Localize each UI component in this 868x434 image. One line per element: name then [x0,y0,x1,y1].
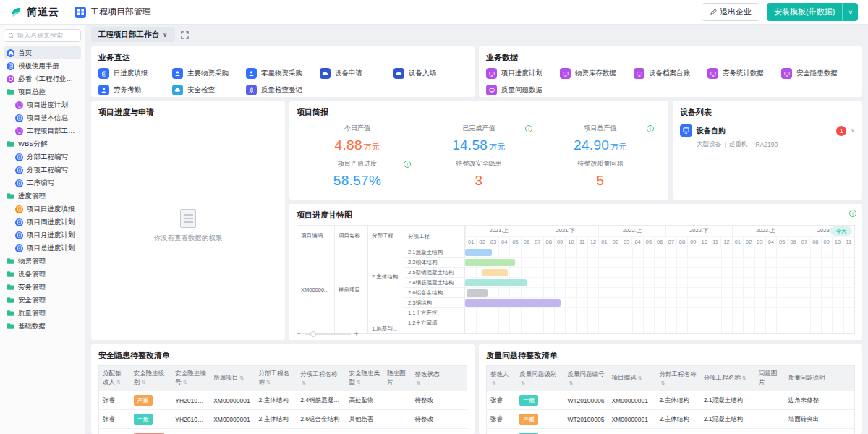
column-header[interactable]: 整改状态⇅ [412,366,446,391]
exit-enterprise-button[interactable]: 退出企业 [702,3,760,21]
sort-icon[interactable]: ⇅ [521,380,525,386]
sort-icon[interactable]: ⇅ [661,380,665,386]
sort-icon[interactable]: ⇅ [417,380,421,386]
chevron-down-icon[interactable]: ∨ [842,3,858,21]
table-row[interactable]: 张睿严重YH20100003XM000000012.主体结构2.4钢筋混凝土结构… [99,391,467,410]
gantt-bar[interactable] [465,259,515,266]
sidebar-item[interactable]: 必看《工程行业场景地图》 [4,72,81,85]
gantt-bar[interactable] [465,279,527,286]
install-template-button[interactable]: 安装模板(带数据) ∨ [767,3,858,21]
column-header[interactable]: 质量问题级别⇅ [516,366,563,391]
sort-icon[interactable]: ⇅ [183,380,187,385]
sidebar-item[interactable]: 进度管理 [4,190,81,203]
table-row[interactable]: 张睿非常严重YH20100001XM000000012.主体结构2.1混凝土结构… [99,429,467,434]
shortcut-item[interactable]: 设备申请 [320,68,393,79]
sort-icon[interactable]: ⇅ [266,380,271,385]
slider-knob[interactable] [310,331,316,337]
shortcut-item[interactable]: 日进度填报 [98,68,172,79]
info-icon[interactable]: i [404,161,411,168]
monitor-icon [15,127,23,135]
device-list-item[interactable]: 设备自购 1 ∨ [680,124,855,137]
table-cell [755,410,785,429]
bizdata-item[interactable]: 设备档案台账 [634,68,707,79]
gantt-bar[interactable] [467,289,488,297]
today-button[interactable]: 今天 [830,226,852,236]
count-badge: 1 [836,126,846,136]
sort-icon[interactable]: ⇅ [141,380,145,385]
sidebar-item[interactable]: 安全管理 [4,294,81,307]
sidebar-item[interactable]: 项目日进度填报 [4,203,81,216]
bizdata-item[interactable]: 物资库存数据 [560,68,634,79]
column-header[interactable]: 分配整改人⇅ [99,366,130,391]
column-header[interactable]: 分部工程名称⇅ [255,366,297,391]
shortcut-item[interactable]: 设备入场 [393,68,467,79]
sort-icon[interactable]: ⇅ [239,375,244,380]
jiandaoyun-logo[interactable]: 简道云 [10,6,59,19]
shortcut-item[interactable]: 劳务考勤 [98,85,172,95]
shortcut-item[interactable]: 零星物资采购 [246,68,320,79]
sort-icon[interactable]: ⇅ [742,375,746,380]
table-row[interactable]: 张睿一般YH20100002XM000000012.主体结构2.6铝合金结构其他… [99,410,467,429]
topbar-divider [67,7,67,18]
sidebar-item[interactable]: 项目月进度计划 [4,229,81,242]
sidebar-item[interactable]: 工程项目部工作台 [4,124,81,137]
info-icon[interactable]: i [525,125,532,132]
column-header[interactable]: 安全隐患类型⇅ [345,366,383,391]
column-header[interactable]: 所属项目⇅ [210,366,255,391]
sort-icon[interactable]: ⇅ [302,380,306,386]
sidebar-item[interactable]: 项目周进度计划 [4,216,81,229]
column-header[interactable]: 整改人⇅ [487,366,516,391]
slider-track[interactable] [305,333,351,335]
gantt-bar[interactable] [465,299,561,307]
sort-icon[interactable]: ⇅ [637,375,642,380]
sidebar-item[interactable]: 设备管理 [4,268,81,281]
sort-icon[interactable]: ⇅ [116,380,121,385]
sidebar-item[interactable]: 质量管理 [4,307,81,320]
info-icon[interactable]: i [647,125,654,132]
sort-icon[interactable]: ⇅ [492,380,496,386]
sidebar-item[interactable]: 基础数据 [4,320,81,333]
bizdata-item[interactable]: 劳务统计数据 [707,68,781,79]
zoom-out-icon[interactable]: − [297,330,301,338]
bizdata-item[interactable]: 安全隐患数据 [781,68,855,79]
column-header[interactable]: 安全隐患编号⇅ [171,366,210,391]
shortcut-item[interactable]: 质量检查登记 [246,85,320,95]
sidebar-search[interactable] [4,29,81,42]
gantt-bar[interactable] [465,249,492,256]
sidebar-item[interactable]: 模板使用手册 [4,59,81,72]
sidebar-item[interactable]: WBS分解 [4,137,81,150]
sort-icon[interactable]: ⇅ [357,380,361,385]
table-row[interactable]: 张睿一般WT20100006XM000000012.主体结构2.1混凝土结构边角… [487,391,855,410]
shortcut-item[interactable]: 主要物资采购 [172,68,246,79]
sidebar-item[interactable]: 项目总控 [4,85,81,98]
gantt-bar[interactable] [482,269,508,276]
column-header[interactable]: 分部工程名称⇅ [656,366,700,391]
sidebar-item[interactable]: 项目进度计划 [4,98,81,111]
sort-icon[interactable]: ⇅ [569,380,573,386]
sidebar-item[interactable]: 项目基本信息 [4,111,81,124]
sidebar-item[interactable]: 项目总进度计划 [4,242,81,255]
tab-workbench[interactable]: 工程项目部工作台∨ [91,27,175,42]
gantt-zoom-slider[interactable]: − + [297,330,359,338]
sidebar-item[interactable]: 物资管理 [4,255,81,268]
sidebar-item[interactable]: 分项工程编写 [4,163,81,176]
column-header[interactable]: 安全隐患级别⇅ [130,366,172,391]
table-row[interactable]: 张睿严重WT20100005XM000000012.主体结构2.1混凝土结构墙面… [487,410,855,429]
shortcut-item[interactable]: 安全检查 [172,85,246,95]
bizdata-item[interactable]: 质量问题数据 [486,85,560,95]
search-input[interactable] [17,32,75,39]
column-header[interactable]: 项目编码⇅ [608,366,655,391]
column-header[interactable]: 分项工程名称⇅ [700,366,755,391]
sidebar-item[interactable]: 首页 [4,46,81,59]
sidebar-item[interactable]: 工序编写 [4,176,81,190]
info-icon[interactable]: i [849,210,856,217]
column-header[interactable]: 质量问题编号⇅ [563,366,608,391]
sidebar-item[interactable]: 分部工程编写 [4,150,81,163]
zoom-in-icon[interactable]: + [354,330,359,338]
fullscreen-icon[interactable] [181,31,189,39]
sidebar-item[interactable]: 劳务管理 [4,281,81,294]
table-row[interactable]: 张睿一般WT20100004XM000000012.主体结构2.4钢筋混凝土结构… [487,429,855,434]
bizdata-item[interactable]: 项目进度计划 [486,68,560,79]
chevron-down-icon[interactable]: ∨ [851,127,855,134]
column-header[interactable]: 分项工程名称⇅ [297,366,345,391]
